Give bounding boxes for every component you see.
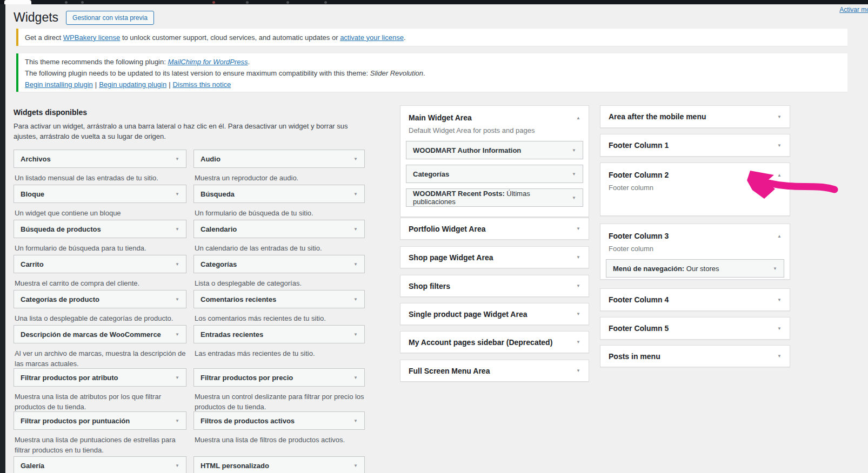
chevron-down-icon[interactable]: ▼ — [576, 368, 580, 373]
chevron-down-icon[interactable]: ▼ — [576, 340, 580, 344]
chevron-down-icon[interactable]: ▼ — [175, 262, 179, 267]
chevron-down-icon[interactable]: ▼ — [353, 332, 358, 337]
widget-card[interactable]: Filtros de productos activos ▼ — [193, 411, 365, 430]
accessibility-mode-link[interactable]: Activar mo — [839, 6, 868, 13]
widget-description: Muestra un control deslizante para filtr… — [195, 391, 365, 412]
chevron-up-icon[interactable]: ▲ — [777, 234, 782, 239]
begin-updating-plugin-link[interactable]: Begin updating plugin — [99, 80, 166, 89]
browser-icon-dot — [81, 1, 84, 4]
widget-label: Carrito — [21, 260, 44, 268]
sidebar-panel-header[interactable]: Shop page Widget Area ▼ — [400, 247, 589, 268]
sidebar-panel-header[interactable]: Footer Column 1 ▼ — [600, 134, 790, 156]
widget-card[interactable]: HTML personalizado ▼ — [193, 456, 365, 473]
chevron-down-icon[interactable]: ▼ — [175, 375, 179, 380]
sidebar-panel-header[interactable]: Footer Column 3 ▲ — [600, 224, 790, 240]
chevron-down-icon[interactable]: ▼ — [175, 297, 179, 302]
widget-card[interactable]: Archivos ▼ — [14, 150, 186, 168]
sidebar-panel-header[interactable]: My Account pages sidebar (Deprecated) ▼ — [400, 332, 589, 353]
widget-card[interactable]: Audio ▼ — [193, 150, 365, 168]
sidebar-widget-card[interactable]: Menú de navegación: Our stores ▼ — [606, 259, 784, 278]
sidebar-panel-header[interactable]: Footer Column 5 ▼ — [600, 317, 790, 339]
widget-card[interactable]: Búsqueda ▼ — [193, 185, 365, 203]
sidebar-widget-label: WOODMART Author Information — [413, 146, 521, 154]
chevron-down-icon[interactable]: ▼ — [353, 227, 358, 232]
sidebar-panel-header[interactable]: Main Widget Area ▲ — [400, 106, 589, 122]
chevron-down-icon[interactable]: ▼ — [777, 114, 782, 119]
sidebar-widget-card[interactable]: WOODMART Author Information ▼ — [406, 141, 583, 159]
activate-license-link[interactable]: activate your license — [340, 33, 404, 42]
chevron-down-icon[interactable]: ▼ — [773, 266, 777, 271]
sidebar-widget-card[interactable]: Categorías ▼ — [406, 165, 583, 183]
manage-with-preview-button[interactable]: Gestionar con vista previa — [66, 11, 154, 25]
chevron-down-icon[interactable]: ▼ — [353, 157, 358, 161]
sidebar-widget-label: Menú de navegación: Our stores — [613, 265, 719, 273]
widget-card[interactable]: Descripción de marcas de WooCommerce ▼ — [14, 325, 186, 343]
sidebar-panel-header[interactable]: Footer Column 2 ▲ — [600, 163, 790, 179]
chevron-down-icon[interactable]: ▼ — [175, 227, 179, 232]
chevron-down-icon[interactable]: ▼ — [777, 354, 782, 359]
widget-card[interactable]: Categorías de producto ▼ — [14, 290, 186, 308]
chevron-up-icon[interactable]: ▲ — [777, 173, 782, 178]
chevron-down-icon[interactable]: ▼ — [175, 192, 179, 197]
widget-label: Descripción de marcas de WooCommerce — [21, 330, 161, 339]
sidebar-panel-header[interactable]: Full Screen Menu Area ▼ — [400, 360, 589, 381]
widget-card[interactable]: Calendario ▼ — [193, 220, 365, 238]
dismiss-notice-link[interactable]: Dismiss this notice — [173, 80, 231, 89]
widget-card[interactable]: Categorías ▼ — [193, 255, 365, 273]
chevron-down-icon[interactable]: ▼ — [353, 375, 358, 380]
widget-card[interactable]: Galería ▼ — [14, 456, 186, 473]
mailchimp-plugin-link[interactable]: MailChimp for WordPress — [168, 58, 248, 66]
sidebar-panel-header[interactable]: Posts in menu ▼ — [600, 346, 790, 367]
chevron-up-icon[interactable]: ▲ — [576, 116, 580, 120]
sidebar-panel-header[interactable]: Area after the mobile menu ▼ — [600, 106, 790, 127]
sidebar-subtitle: Default Widget Area for posts and pages — [409, 126, 580, 134]
chevron-down-icon[interactable]: ▼ — [576, 312, 580, 316]
chevron-down-icon[interactable]: ▼ — [572, 195, 576, 200]
chevron-down-icon[interactable]: ▼ — [777, 298, 782, 302]
chevron-down-icon[interactable]: ▼ — [572, 172, 576, 177]
chevron-down-icon[interactable]: ▼ — [353, 418, 358, 423]
widget-description: Muestra el carrito de compra del cliente… — [15, 278, 186, 288]
sidebar-title: Shop filters — [409, 282, 450, 290]
sidebar-title: My Account pages sidebar (Deprecated) — [409, 338, 552, 347]
sidebar-widget-card[interactable]: WOODMART Recent Posts: Últimas publicaci… — [406, 188, 583, 207]
chevron-down-icon[interactable]: ▼ — [576, 255, 580, 260]
begin-installing-plugin-link[interactable]: Begin installing plugin — [25, 80, 93, 89]
chevron-down-icon[interactable]: ▼ — [777, 326, 782, 331]
chevron-down-icon[interactable]: ▼ — [572, 148, 576, 153]
sidebar-title: Shop page Widget Area — [409, 253, 493, 262]
available-widgets-title: Widgets disponibles — [14, 108, 365, 117]
sidebar-panel-header[interactable]: Footer Column 4 ▼ — [600, 289, 790, 310]
widget-card[interactable]: Carrito ▼ — [14, 255, 186, 273]
widget-card[interactable]: Comentarios recientes ▼ — [193, 290, 365, 308]
chevron-down-icon[interactable]: ▼ — [353, 262, 358, 267]
widget-card[interactable]: Entradas recientes ▼ — [193, 325, 365, 343]
available-widgets-description: Para activar un widget, arrástralo a una… — [14, 121, 364, 141]
sidebar-subtitle: Footer column — [609, 245, 782, 253]
widget-card[interactable]: Bloque ▼ — [14, 185, 186, 203]
sidebar-panel-header[interactable]: Portfolio Widget Area ▼ — [400, 218, 589, 239]
sidebar-panel-header[interactable]: Shop filters ▼ — [400, 275, 589, 296]
chevron-down-icon[interactable]: ▼ — [175, 157, 179, 161]
chevron-down-icon[interactable]: ▼ — [576, 226, 580, 231]
widget-description: Muestra una lista de atributos por los q… — [15, 391, 186, 412]
sidebar-panel-header[interactable]: Single product page Widget Area ▼ — [400, 303, 589, 325]
sidebar-panel-footer-column-3: Footer Column 3 ▲ Footer column Menú de … — [600, 224, 790, 280]
chevron-down-icon[interactable]: ▼ — [353, 192, 358, 197]
widget-card[interactable]: Filtrar productos por puntuación ▼ — [14, 411, 186, 430]
available-widgets-section: Widgets disponibles Para activar un widg… — [14, 108, 365, 473]
wpbakery-license-link[interactable]: WPBakery license — [63, 33, 120, 42]
widget-card[interactable]: Filtrar productos por atributo ▼ — [14, 368, 186, 387]
notice-text: This theme recommends the following plug… — [25, 58, 168, 66]
chevron-down-icon[interactable]: ▼ — [353, 297, 358, 302]
widget-card[interactable]: Filtrar productos por precio ▼ — [193, 368, 365, 387]
chevron-down-icon[interactable]: ▼ — [175, 332, 179, 337]
widget-description: Los comentarios más recientes de tu siti… — [195, 313, 365, 323]
chevron-down-icon[interactable]: ▼ — [777, 143, 782, 148]
widget-description: Lista o desplegable de categorías. — [195, 278, 365, 288]
widget-card[interactable]: Búsqueda de productos ▼ — [14, 220, 186, 238]
chevron-down-icon[interactable]: ▼ — [576, 283, 580, 288]
chevron-down-icon[interactable]: ▼ — [175, 418, 179, 423]
chevron-down-icon[interactable]: ▼ — [353, 463, 358, 468]
chevron-down-icon[interactable]: ▼ — [175, 463, 179, 468]
